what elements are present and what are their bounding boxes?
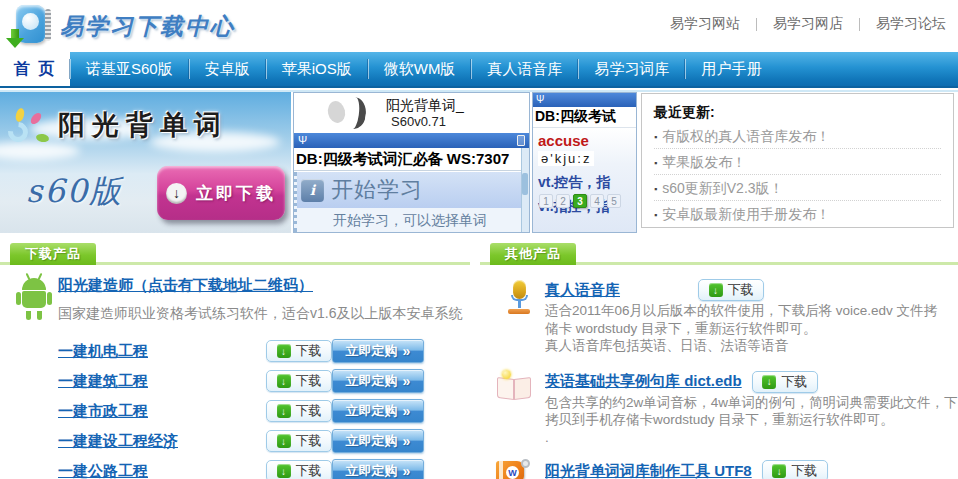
db-info-line: DB:四级考试 xyxy=(533,107,636,128)
open-book-icon xyxy=(494,372,534,404)
product-voice-library: 真人语音库 ↓下载 适合2011年06月以后版本的软件使用，下载后将 voice… xyxy=(480,278,958,355)
builder-app-link[interactable]: 阳光建造师（点击有下载地址二维码） xyxy=(58,276,313,293)
download-button[interactable]: ↓下载 xyxy=(266,400,332,422)
voice-library-link[interactable]: 真人语音库 xyxy=(545,281,620,300)
dict-tool-link[interactable]: 阳光背单词词库制作工具 UTF8 xyxy=(545,462,752,479)
battery-icon xyxy=(517,135,525,146)
page: 易学习下载中心 易学习网站 易学习网店 易学习论坛 首 页 诺基亚S60版 安卓… xyxy=(0,0,958,479)
download-icon: ↓ xyxy=(772,464,786,478)
site-title: 易学习下载中心 xyxy=(60,11,235,42)
download-button[interactable]: ↓下载 xyxy=(752,371,818,393)
signal-icon: Ψ xyxy=(536,95,544,105)
phone-menu-area: i 开始学习 开始学习，可以选择单词 xyxy=(294,172,521,232)
nav-item-wm[interactable]: 微软WM版 xyxy=(368,52,472,86)
nav-item-android[interactable]: 安卓版 xyxy=(189,52,266,86)
download-button[interactable]: ↓下载 xyxy=(698,279,764,301)
link-store[interactable]: 易学习网店 xyxy=(773,15,843,33)
link-website[interactable]: 易学习网站 xyxy=(670,15,740,33)
nav-item-dictionary[interactable]: 易学习词库 xyxy=(578,52,685,86)
download-icon: ↓ xyxy=(709,283,723,297)
page-number[interactable]: 2 xyxy=(556,194,570,208)
nav-item-nokia-s60[interactable]: 诺基亚S60版 xyxy=(70,52,189,86)
item-link[interactable]: 一建建设工程经济 xyxy=(58,432,266,451)
chevron-right-icon: » xyxy=(403,403,411,419)
product-desc-line: 真人语音库包括英语、日语、法语等语音 xyxy=(545,337,958,355)
backpack-download-icon xyxy=(6,3,54,49)
order-now-button[interactable]: 立即定购» xyxy=(332,399,424,423)
banner-edition: s60版 xyxy=(26,170,123,214)
chevron-right-icon: » xyxy=(403,373,411,389)
item-link[interactable]: 一建市政工程 xyxy=(58,402,266,421)
download-icon: ↓ xyxy=(277,344,291,358)
header-links: 易学习网站 易学习网店 易学习论坛 xyxy=(670,15,946,33)
others-column: 真人语音库 ↓下载 适合2011年06月以后版本的软件使用，下载后将 voice… xyxy=(480,266,958,479)
order-now-button[interactable]: 立即定购» xyxy=(332,459,424,479)
link-forum[interactable]: 易学习论坛 xyxy=(876,15,946,33)
promo-banner: 阳光背单词 s60版 ↓ 立即下载 xyxy=(0,92,291,233)
downloads-section-header: 下载产品 xyxy=(0,243,470,265)
downloads-column: 阳光建造师（点击有下载地址二维码） 国家建造师职业资格考试练习软件，适合v1.6… xyxy=(0,266,470,479)
bullet-icon: ▪ xyxy=(654,210,657,220)
download-icon: ↓ xyxy=(277,464,291,478)
sparkle-logo-icon xyxy=(6,108,54,152)
page-number-active[interactable]: 3 xyxy=(573,194,587,208)
download-icon: ↓ xyxy=(762,375,776,389)
product-example-db: 英语基础共享例句库 dict.edb ↓下载 包含共享的约2w单词音标，4w单词… xyxy=(480,370,958,447)
example-db-link[interactable]: 英语基础共享例句库 dict.edb xyxy=(545,372,742,391)
order-now-button[interactable]: 立即定购» xyxy=(332,339,424,363)
download-button[interactable]: ↓下载 xyxy=(266,430,332,452)
download-button[interactable]: ↓下载 xyxy=(266,340,332,362)
wrench-icon xyxy=(521,459,530,468)
green-download-arrow-icon xyxy=(6,29,24,49)
page-number[interactable]: 5 xyxy=(607,194,621,208)
nav-item-manual[interactable]: 用户手册 xyxy=(685,52,777,86)
phone-screenshot-main: 阳光背单词_ S60v0.71 Ψ DB:四级考试词汇必备 WS:7307 i … xyxy=(293,92,530,233)
info-icon: i xyxy=(301,179,324,202)
word-phonetic: ə'kju:z xyxy=(538,151,594,166)
link-separator xyxy=(859,18,860,31)
recent-updates-panel: 最近更新: ▪有版权的真人语音库发布！ ▪苹果版发布！ ▪s60更新到V2.3版… xyxy=(641,93,954,228)
downloads-section-tab: 下载产品 xyxy=(10,243,96,265)
table-row: 一建机电工程 ↓下载 立即定购» xyxy=(0,336,470,366)
app-splash-logo-icon xyxy=(324,97,370,131)
item-link[interactable]: 一建公路工程 xyxy=(58,462,266,479)
microphone-icon xyxy=(502,280,536,322)
download-button[interactable]: ↓下载 xyxy=(266,370,332,392)
nav-item-ios[interactable]: 苹果iOS版 xyxy=(266,52,368,86)
product-desc-line: 包含共享的约2w单词音标，4w单词的例句，简明词典需要此文件，下 xyxy=(545,394,958,412)
tool-book-icon: W xyxy=(496,459,530,479)
update-item[interactable]: ▪安卓版最新使用手册发布！ xyxy=(654,201,941,227)
order-now-button[interactable]: 立即定购» xyxy=(332,369,424,393)
builder-app-desc: 国家建造师职业资格考试练习软件，适合v1.6及以上版本安卓系统 xyxy=(58,305,470,323)
signal-icon: Ψ xyxy=(298,135,307,146)
download-items-list: 一建机电工程 ↓下载 立即定购» 一建建筑工程 ↓下载 立即定购» 一建市政工程… xyxy=(0,336,470,479)
word-headword: accuse xyxy=(533,128,636,149)
product-dict-tool: W 阳光背单词词库制作工具 UTF8 ↓下载 xyxy=(480,459,958,479)
others-section-tab: 其他产品 xyxy=(490,243,576,265)
update-item[interactable]: ▪苹果版发布！ xyxy=(654,149,941,175)
update-item[interactable]: ▪有版权的真人语音库发布！ xyxy=(654,123,941,149)
lightbulb-icon xyxy=(502,370,511,379)
updates-title: 最近更新: xyxy=(654,101,941,123)
site-logo[interactable]: 易学习下载中心 xyxy=(6,3,235,49)
app-version: S60v0.71 xyxy=(391,114,446,129)
nav-item-home[interactable]: 首 页 xyxy=(0,52,70,86)
page-number[interactable]: 4 xyxy=(590,194,604,208)
download-button[interactable]: ↓下载 xyxy=(266,460,332,479)
item-link[interactable]: 一建机电工程 xyxy=(58,342,266,361)
bullet-icon: ▪ xyxy=(654,158,657,168)
link-separator xyxy=(756,18,757,31)
item-link[interactable]: 一建建筑工程 xyxy=(58,372,266,391)
download-button[interactable]: ↓下载 xyxy=(762,460,828,479)
banner-download-button[interactable]: ↓ 立即下载 xyxy=(157,166,285,220)
download-circle-icon: ↓ xyxy=(166,183,187,204)
page-number[interactable]: 1 xyxy=(539,194,553,208)
phone-status-bar: Ψ xyxy=(294,133,529,148)
table-row: 一建建设工程经济 ↓下载 立即定购» xyxy=(0,426,470,456)
nav-item-voice-library[interactable]: 真人语音库 xyxy=(471,52,578,86)
order-now-button[interactable]: 立即定购» xyxy=(332,429,424,453)
chevron-right-icon: » xyxy=(403,343,411,359)
update-item[interactable]: ▪s60更新到V2.3版！ xyxy=(654,175,941,201)
product-desc-line: 储卡 wordstudy 目录下，重新运行软件即可。 xyxy=(545,320,958,338)
db-info-line: DB:四级考试词汇必备 WS:7307 xyxy=(294,148,529,171)
